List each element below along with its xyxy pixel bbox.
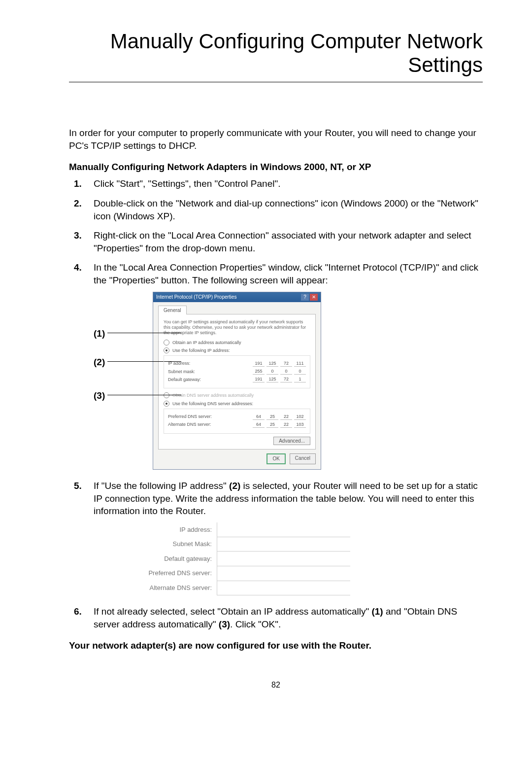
- preferred-dns-input[interactable]: 64 25 22 102: [253, 414, 306, 420]
- advanced-button[interactable]: Advanced...: [273, 437, 310, 445]
- title-rule: [69, 82, 483, 82]
- radio-use-ip[interactable]: Use the following IP address:: [164, 347, 310, 353]
- close-icon[interactable]: ✕: [310, 294, 318, 301]
- alternate-dns-label: Alternate DNS server:: [168, 421, 211, 427]
- step-4: In the "Local Area Connection Properties…: [69, 261, 483, 469]
- alternate-dns-input[interactable]: 64 25 22 103: [253, 421, 306, 428]
- table-row: IP address:: [118, 522, 350, 537]
- screenshot-figure: (1) (2) (3) Internet Protocol (TCP/IP) P…: [94, 292, 483, 470]
- table-row: Preferred DNS server:: [118, 566, 350, 581]
- step-5-ref: (2): [229, 481, 240, 491]
- step-6-ref-3: (3): [219, 619, 230, 629]
- ip-address-input[interactable]: 191 125 72 111: [253, 360, 306, 367]
- subnet-mask-label: Subnet mask:: [168, 369, 195, 375]
- callout-2: (2): [94, 356, 105, 369]
- callout-1-line: [107, 333, 181, 333]
- subnet-mask-input[interactable]: 255 0 0 0: [253, 368, 306, 375]
- preferred-dns-row-input[interactable]: [217, 566, 351, 581]
- gateway-row-label: Default gateway:: [118, 552, 217, 566]
- step-6-ref-1: (1): [371, 606, 383, 617]
- radio-use-dns-label: Use the following DNS server addresses:: [172, 401, 253, 407]
- radio-use-dns[interactable]: Use the following DNS server addresses:: [164, 401, 310, 407]
- ip-group: IP address: 191 125 72 111 Sub: [164, 355, 310, 388]
- ip-address-row-label: IP address:: [118, 522, 217, 537]
- subnet-mask-row-label: Subnet Mask:: [118, 537, 217, 552]
- preferred-dns-row-label: Preferred DNS server:: [118, 566, 217, 581]
- help-icon[interactable]: ?: [301, 294, 309, 301]
- step-6-text-e: . Click "OK".: [230, 619, 281, 629]
- ip-address-label: IP address:: [168, 360, 190, 366]
- step-2: Double-click on the "Network and dial-up…: [69, 197, 483, 222]
- closing-statement: Your network adapter(s) are now configur…: [69, 640, 483, 651]
- radio-icon: [164, 401, 169, 407]
- intro-paragraph: In order for your computer to properly c…: [69, 127, 483, 152]
- cancel-button[interactable]: Cancel: [290, 453, 316, 464]
- radio-use-ip-label: Use the following IP address:: [172, 347, 230, 353]
- table-row: Subnet Mask:: [118, 537, 350, 552]
- step-6: If not already selected, select "Obtain …: [69, 605, 483, 630]
- gateway-input[interactable]: 191 125 72 1: [253, 376, 306, 382]
- step-6-text-a: If not already selected, select "Obtain …: [94, 606, 371, 617]
- step-3: Right-click on the "Local Area Connectio…: [69, 229, 483, 254]
- steps-list: Click "Start", "Settings", then "Control…: [69, 177, 483, 630]
- subnet-mask-row-input[interactable]: [217, 537, 351, 552]
- radio-icon: [164, 347, 169, 353]
- step-1: Click "Start", "Settings", then "Control…: [69, 177, 483, 190]
- tab-general[interactable]: General: [158, 306, 187, 315]
- table-row: Default gateway:: [118, 552, 350, 566]
- radio-obtain-dns: Obtain DNS server address automatically: [164, 392, 310, 398]
- callout-1: (1): [94, 327, 105, 340]
- step-5-text-a: If "Use the following IP address": [94, 481, 229, 491]
- section-subheading: Manually Configuring Network Adapters in…: [69, 162, 483, 173]
- alternate-dns-row-label: Alternate DNS server:: [118, 581, 217, 595]
- step-4-text: In the "Local Area Connection Properties…: [94, 262, 478, 285]
- radio-obtain-ip-label: Obtain an IP address automatically: [172, 340, 241, 345]
- radio-obtain-dns-label: Obtain DNS server address automatically: [172, 392, 254, 398]
- dns-group: Preferred DNS server: 64 25 22 102: [164, 409, 310, 434]
- ip-entry-table: IP address: Subnet Mask: Default gateway…: [118, 522, 350, 595]
- page-number: 82: [69, 681, 483, 690]
- dialog-title: Internet Protocol (TCP/IP) Properties: [156, 294, 236, 301]
- dialog-titlebar: Internet Protocol (TCP/IP) Properties ? …: [153, 292, 321, 302]
- ok-button[interactable]: OK: [266, 453, 285, 464]
- gateway-row-input[interactable]: [217, 552, 351, 566]
- table-row: Alternate DNS server:: [118, 581, 350, 595]
- radio-obtain-ip[interactable]: Obtain an IP address automatically: [164, 340, 310, 345]
- ip-address-row-input[interactable]: [217, 522, 351, 537]
- radio-icon: [164, 392, 169, 398]
- page-title: Manually Configuring Computer Network Se…: [69, 30, 483, 77]
- preferred-dns-label: Preferred DNS server:: [168, 414, 212, 419]
- radio-icon: [164, 340, 169, 345]
- dialog-description: You can get IP settings assigned automat…: [164, 319, 310, 335]
- alternate-dns-row-input[interactable]: [217, 581, 351, 595]
- gateway-label: Default gateway:: [168, 377, 201, 382]
- callout-3-line: [107, 395, 181, 395]
- callout-3: (3): [94, 389, 105, 402]
- step-5: If "Use the following IP address" (2) is…: [69, 480, 483, 595]
- tcpip-properties-dialog: Internet Protocol (TCP/IP) Properties ? …: [153, 292, 321, 470]
